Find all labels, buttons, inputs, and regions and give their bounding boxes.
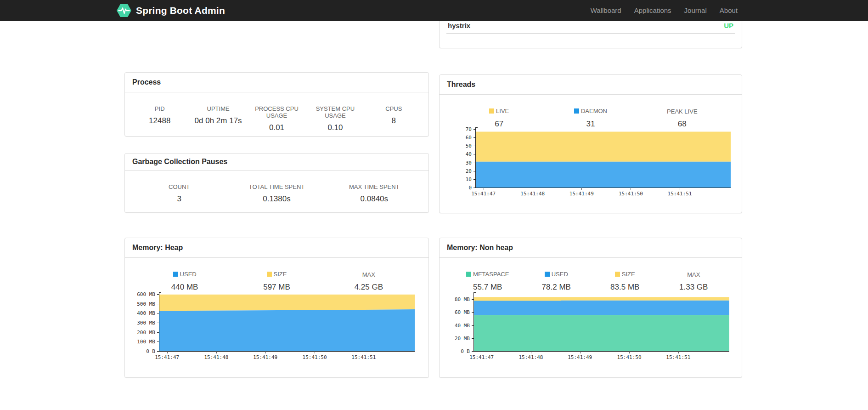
process-panel-heading: Process xyxy=(125,73,428,92)
y-tick-label: 40 xyxy=(466,151,472,157)
x-tick-label: 15:41:47 xyxy=(155,354,179,360)
legend-daemon: DAEMON 31 xyxy=(545,107,636,129)
nav-item-about[interactable]: About xyxy=(713,0,744,21)
size-swatch-icon xyxy=(615,272,620,277)
x-tick xyxy=(629,351,630,353)
y-tick-label: 30 xyxy=(466,159,472,165)
stat-system-cpu: SYSTEM CPU USAGE 0.10 xyxy=(306,105,364,132)
y-tick xyxy=(157,342,159,342)
gc-panel-heading: Garbage Collection Pauses xyxy=(125,154,428,171)
nonheap-chart: 80 MB 60 MB 40 MB 20 MB 0 B 15:41:47 15:… xyxy=(440,294,742,352)
x-tick xyxy=(680,188,680,190)
legend-peak-live: PEAK LIVE 68 xyxy=(637,107,728,129)
heap-chart: 600 MB 500 MB 400 MB 300 MB 200 MB 100 M… xyxy=(125,294,428,352)
x-tick xyxy=(631,188,631,190)
heap-panel-title: Memory: Heap xyxy=(132,244,183,251)
process-panel: Process PID 12488 UPTIME 0d 0h 2m 17s PR… xyxy=(124,72,429,137)
stat-process-cpu: PROCESS CPU USAGE 0.01 xyxy=(248,105,306,132)
spring-boot-admin-logo-icon xyxy=(116,4,132,17)
size-area xyxy=(159,295,415,311)
nonheap-panel-title: Memory: Non heap xyxy=(447,244,513,251)
x-tick xyxy=(580,351,581,353)
legend-metaspace: METASPACE 55.7 MB xyxy=(453,270,522,292)
heap-area-chart xyxy=(159,294,415,351)
navbar: Spring Boot Admin Wallboard Applications… xyxy=(0,0,868,21)
legend-live: LIVE 67 xyxy=(453,107,545,129)
legend-nonheap-max: MAX 1.33 GB xyxy=(659,270,728,292)
y-tick xyxy=(473,163,476,163)
used-swatch-icon xyxy=(173,272,178,277)
heap-panel: Memory: Heap USED 440 MB SIZE 597 MB MAX… xyxy=(124,238,429,378)
x-tick xyxy=(678,351,679,353)
stat-uptime: UPTIME 0d 0h 2m 17s xyxy=(189,105,247,132)
legend-heap-used: USED 440 MB xyxy=(139,270,231,292)
metaspace-swatch-icon xyxy=(466,272,471,277)
x-tick xyxy=(364,351,364,353)
process-panel-title: Process xyxy=(132,78,161,86)
y-tick xyxy=(473,129,476,130)
x-tick-label: 15:41:48 xyxy=(519,354,543,360)
nonheap-area-chart xyxy=(474,294,729,351)
y-tick xyxy=(473,154,476,154)
legend-heap-max: MAX 4.25 GB xyxy=(323,270,415,292)
x-tick-label: 15:41:50 xyxy=(619,191,643,197)
x-tick xyxy=(315,351,315,353)
x-tick-label: 15:41:50 xyxy=(303,354,327,360)
y-tick-label: 500 MB xyxy=(137,301,155,307)
used-area xyxy=(159,309,415,351)
y-tick-label: 20 MB xyxy=(455,335,470,341)
x-tick-label: 15:41:51 xyxy=(668,191,692,197)
x-tick xyxy=(482,351,482,353)
y-tick-label: 0 B xyxy=(461,348,470,354)
divider xyxy=(446,33,735,34)
gc-panel-title: Garbage Collection Pauses xyxy=(132,158,227,165)
x-tick xyxy=(265,351,266,353)
x-tick-label: 15:41:50 xyxy=(617,354,642,360)
y-tick xyxy=(473,171,476,171)
used-area xyxy=(474,301,729,315)
heap-legend: USED 440 MB SIZE 597 MB MAX 4.25 GB xyxy=(125,258,428,292)
threads-panel-title: Threads xyxy=(447,80,475,88)
y-tick xyxy=(473,188,476,188)
stat-gc-max-time: MAX TIME SPENT 0.0840s xyxy=(326,183,423,204)
nonheap-panel-heading: Memory: Non heap xyxy=(440,238,742,258)
live-swatch-icon xyxy=(489,108,494,114)
y-tick xyxy=(473,146,476,146)
y-tick-label: 0 xyxy=(468,185,472,191)
y-tick-label: 10 xyxy=(466,176,472,182)
nonheap-plot-area: 80 MB 60 MB 40 MB 20 MB 0 B 15:41:47 15:… xyxy=(473,294,729,352)
y-tick-label: 70 xyxy=(466,126,472,132)
size-area xyxy=(474,297,729,301)
threads-panel: Threads LIVE 67 DAEMON 31 PEAK LIVE 68 xyxy=(439,74,742,213)
x-tick-label: 15:41:47 xyxy=(471,191,496,197)
application-name[interactable]: hystrix xyxy=(448,22,470,29)
x-tick-label: 15:41:49 xyxy=(568,354,592,360)
nav-item-applications[interactable]: Applications xyxy=(628,0,678,21)
used-swatch-icon xyxy=(545,272,550,277)
x-tick-label: 15:41:51 xyxy=(666,354,690,360)
y-tick xyxy=(472,312,474,313)
y-tick xyxy=(157,294,159,295)
x-tick xyxy=(484,188,484,190)
legend-heap-size: SIZE 597 MB xyxy=(231,270,322,292)
axis-cap xyxy=(473,292,474,294)
nav-item-wallboard[interactable]: Wallboard xyxy=(584,0,628,21)
brand-link[interactable]: Spring Boot Admin xyxy=(116,0,225,21)
threads-chart: 70 60 50 40 30 20 10 0 15:41:47 15:41:48… xyxy=(440,129,742,188)
gc-stats: COUNT 3 TOTAL TIME SPENT 0.1380s MAX TIM… xyxy=(125,171,428,204)
y-tick-label: 0 B xyxy=(146,348,155,354)
live-area xyxy=(476,131,731,161)
threads-plot-area: 70 60 50 40 30 20 10 0 15:41:47 15:41:48… xyxy=(475,129,731,188)
y-tick xyxy=(472,338,474,339)
nav-item-journal[interactable]: Journal xyxy=(678,0,713,21)
x-tick xyxy=(531,351,531,353)
status-badge: UP xyxy=(724,22,733,29)
y-tick-label: 400 MB xyxy=(137,310,155,316)
x-tick-label: 15:41:48 xyxy=(204,354,228,360)
y-tick-label: 80 MB xyxy=(455,296,470,302)
y-tick-label: 60 xyxy=(466,135,472,141)
y-tick xyxy=(472,299,474,300)
size-swatch-icon xyxy=(267,272,272,277)
x-tick-label: 15:41:47 xyxy=(469,354,494,360)
stat-gc-count: COUNT 3 xyxy=(130,183,228,204)
